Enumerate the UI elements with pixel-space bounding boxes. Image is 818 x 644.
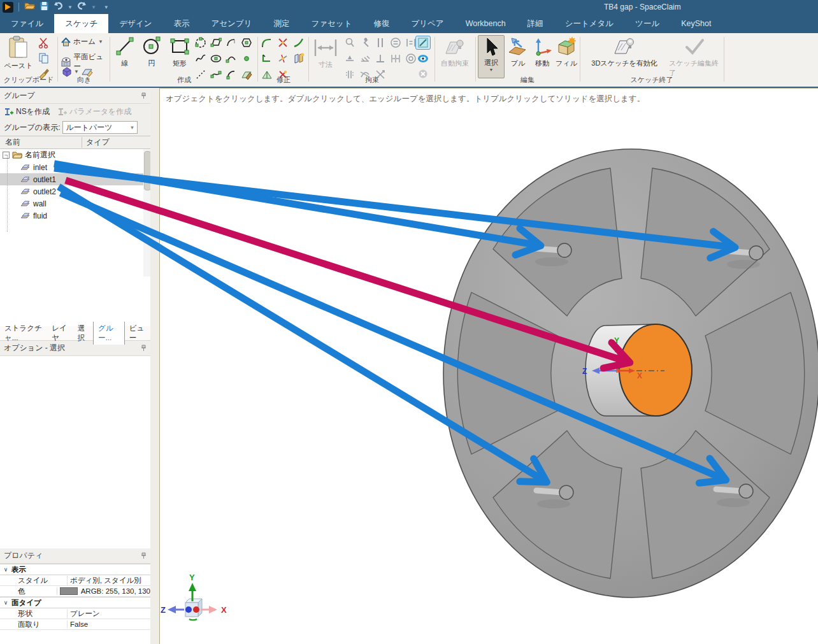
prop-section-display[interactable]: ∨ 表示 [0, 564, 150, 575]
pin-icon[interactable] [141, 552, 147, 559]
fill-button[interactable]: フィル [556, 37, 577, 68]
coincident-pin-icon[interactable] [358, 36, 372, 50]
tree-item-wall[interactable]: wall [0, 197, 150, 210]
spline-icon[interactable] [194, 52, 208, 66]
polygon-icon[interactable] [240, 36, 254, 50]
prop-row-chamfer[interactable]: 面取り False [0, 619, 150, 630]
inspect-icon[interactable] [343, 36, 357, 50]
cut-icon[interactable] [37, 36, 51, 50]
home-view-button[interactable]: ホーム ▼ [61, 37, 103, 47]
undo-dropdown-icon[interactable]: ▼ [68, 4, 73, 10]
redo-icon[interactable] [76, 1, 87, 13]
spaceclaim-logo-icon[interactable] [3, 2, 13, 13]
create-param-button[interactable]: パラメータを作成 [69, 106, 131, 117]
panel-tab-selection[interactable]: 選択 [73, 322, 93, 345]
tab-repair[interactable]: 修復 [362, 14, 400, 33]
tree-root-row[interactable]: – 名前選択 [0, 149, 150, 161]
rect-3pt-icon[interactable] [209, 36, 223, 50]
tab-prepare[interactable]: プリペア [400, 14, 454, 33]
line-tool-button[interactable]: 線 [113, 36, 136, 68]
end-sketch-edit-button[interactable]: スケッチ編集終了 [669, 36, 720, 78]
perpendicular-icon[interactable] [373, 52, 387, 66]
create-ns-button[interactable]: NSを作成 [16, 106, 50, 117]
save-icon[interactable] [39, 1, 49, 13]
group-display-dropdown[interactable]: ルートパーツ ▼ [62, 121, 138, 134]
tree-scrollbar[interactable] [143, 149, 150, 276]
auto-constraint-button[interactable]: 自動拘束 [437, 37, 473, 68]
panel-tab-groups[interactable]: グルー... [93, 322, 125, 345]
tab-display[interactable]: 表示 [163, 14, 201, 33]
prop-row-style[interactable]: スタイル ボディ別, スタイル別 [0, 575, 150, 586]
panel-tab-layers[interactable]: レイヤ [47, 322, 73, 345]
x-axis-label: X [221, 605, 227, 615]
tab-keyshot[interactable]: KeyShot [670, 14, 722, 33]
tab-facets[interactable]: ファセット [300, 14, 362, 33]
midpoint-icon[interactable] [343, 52, 357, 66]
show-curves-icon[interactable] [416, 52, 430, 65]
tab-measure[interactable]: 測定 [262, 14, 300, 33]
spacing-icon[interactable] [389, 52, 403, 66]
corner-icon[interactable] [260, 52, 274, 66]
tab-detail[interactable]: 詳細 [517, 14, 554, 33]
tab-sketch[interactable]: スケッチ [54, 14, 108, 33]
create-ns-icon[interactable] [4, 107, 13, 117]
copy-icon[interactable] [37, 51, 51, 65]
chevron-down-icon[interactable]: ∨ [0, 599, 11, 606]
pull-button[interactable]: プル [507, 37, 529, 68]
panel-splitter[interactable] [150, 88, 159, 644]
symmetry-icon[interactable] [358, 52, 372, 66]
equal-icon[interactable] [389, 36, 403, 50]
sketch-toggle-column [415, 36, 431, 80]
circle-3pt-icon[interactable] [194, 36, 208, 50]
tab-tools[interactable]: ツール [624, 14, 670, 33]
prop-row-shape[interactable]: 形状 プレーン [0, 608, 150, 619]
panel-tab-structure[interactable]: ストラクチャ... [0, 322, 47, 345]
open-file-icon[interactable] [24, 1, 36, 13]
customize-toolbar-icon[interactable]: ▼ [104, 4, 109, 10]
chevron-down-icon[interactable]: ▼ [74, 69, 79, 75]
tab-workbench[interactable]: Workbench [455, 14, 517, 33]
column-type[interactable]: タイプ [82, 137, 110, 148]
prop-row-color[interactable]: 色 ARGB: 255, 130, 130 [0, 586, 150, 597]
chamfer-icon[interactable] [292, 36, 306, 50]
column-name[interactable]: 名前 [0, 137, 82, 148]
ellipse-icon[interactable] [209, 52, 223, 66]
rectangle-tool-button[interactable]: 矩形 [167, 36, 192, 68]
split-icon[interactable] [276, 52, 290, 66]
arc-3pt-icon[interactable] [224, 52, 238, 66]
chevron-down-icon[interactable]: ▼ [489, 68, 494, 72]
tree-item-inlet[interactable]: inlet [0, 161, 150, 173]
chevron-down-icon[interactable]: ▼ [98, 39, 103, 45]
fillet-icon[interactable] [260, 36, 274, 50]
tree-item-fluid[interactable]: fluid [0, 210, 150, 222]
sketch-display-toggle-icon[interactable] [415, 36, 431, 50]
move-button[interactable]: 移動 [531, 37, 553, 68]
select-button[interactable]: 選択 ▼ [478, 35, 505, 78]
collapse-box-icon[interactable]: – [3, 152, 10, 159]
enable-3d-sketch-button[interactable]: 3Dスケッチを有効化 [584, 36, 665, 68]
tab-design[interactable]: デザイン [108, 14, 162, 33]
point-icon[interactable] [240, 52, 254, 66]
tab-assembly[interactable]: アセンブリ [201, 14, 263, 33]
pin-icon[interactable] [141, 92, 147, 99]
tab-sheetmetal[interactable]: シートメタル [554, 14, 624, 33]
chevron-down-icon[interactable]: ∨ [0, 566, 11, 573]
tree-item-outlet2[interactable]: outlet2 [0, 185, 150, 197]
model-scene[interactable]: Y Z X Y [160, 89, 818, 644]
tree-item-outlet1[interactable]: outlet1 [0, 173, 150, 185]
pin-icon[interactable] [141, 345, 147, 352]
panel-tab-views[interactable]: ビュー [125, 322, 150, 345]
undo-icon[interactable] [53, 1, 64, 13]
dimension-button[interactable]: 寸法 [311, 37, 340, 69]
paste-button[interactable]: ペースト [4, 36, 33, 71]
create-param-icon[interactable] [57, 107, 67, 117]
circle-tool-button[interactable]: 円 [140, 36, 163, 68]
trim-icon[interactable] [276, 36, 290, 50]
tab-file[interactable]: ファイル [0, 14, 54, 33]
parallel-icon[interactable] [373, 36, 387, 50]
design-viewport[interactable]: オブジェクトをクリックします。ダブルクリックして、エッジループを選択します。トリ… [159, 88, 818, 644]
redo-dropdown-icon[interactable]: ▼ [91, 4, 96, 10]
tangent-arc-icon[interactable] [224, 36, 238, 50]
replace-icon[interactable] [292, 52, 306, 66]
prop-section-facetype[interactable]: ∨ 面タイプ [0, 597, 150, 608]
